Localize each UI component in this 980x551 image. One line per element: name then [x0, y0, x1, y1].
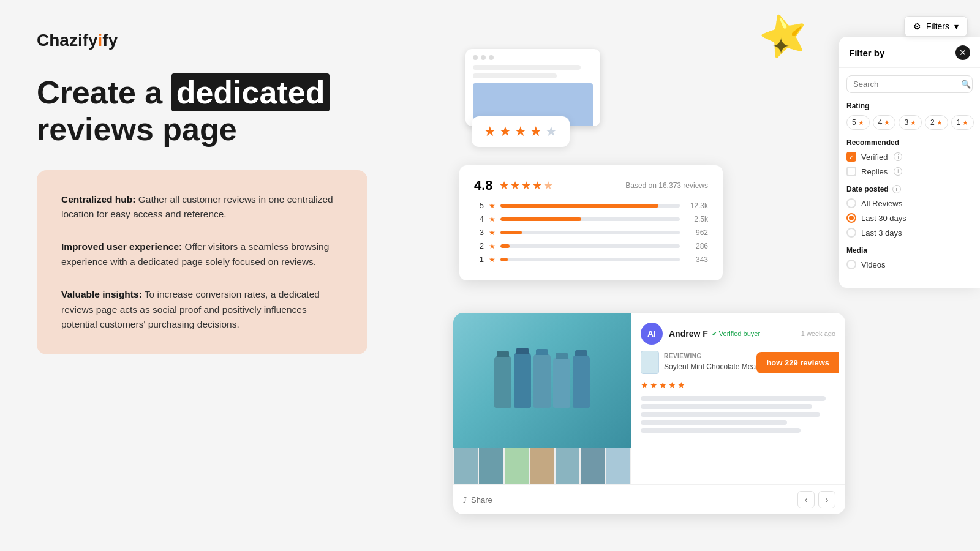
rating-widget: 4.8 ★ ★ ★ ★ ★ Based on 16,373 reviews 5 … — [459, 165, 723, 280]
filter-videos[interactable]: Videos — [846, 260, 973, 269]
review-footer: ⤴ Share ‹ › — [453, 484, 845, 514]
last-3-days-radio[interactable] — [846, 228, 856, 238]
thumb-7[interactable] — [606, 448, 631, 484]
filter-rating-section: Rating 5 ★ 4 ★ 3 ★ 2 — [839, 102, 980, 130]
thumb-4[interactable] — [529, 448, 554, 484]
stars-display-widget: ★ ★ ★ ★ ★ — [472, 116, 570, 147]
chip-2[interactable]: 2 ★ — [925, 115, 948, 130]
star-illustration-2: ✦ — [772, 34, 790, 59]
filter-last-30-days[interactable]: Last 30 days — [846, 213, 973, 223]
prev-arrow[interactable]: ‹ — [797, 491, 815, 508]
verified-info: i — [894, 152, 902, 161]
verified-checkbox[interactable]: ✓ — [846, 152, 856, 162]
filter-date-section: Date posted i All Reviews Last 30 days L… — [839, 185, 980, 238]
chip-3[interactable]: 3 ★ — [899, 115, 922, 130]
browser-line-1 — [473, 65, 581, 70]
feature-centralized: Centralized hub: Gather all customer rev… — [61, 192, 343, 223]
thumb-3[interactable] — [504, 448, 529, 484]
search-input[interactable] — [853, 80, 956, 89]
search-icon: 🔍 — [961, 80, 971, 89]
filter-verified[interactable]: ✓ Verified i — [846, 152, 973, 162]
features-card: Centralized hub: Gather all customer rev… — [37, 170, 368, 355]
videos-radio[interactable] — [846, 260, 856, 269]
bar-1: 1 ★ 343 — [474, 255, 708, 264]
thumb-2[interactable] — [478, 448, 503, 484]
chip-5[interactable]: 5 ★ — [846, 115, 870, 130]
chip-4[interactable]: 4 ★ — [873, 115, 896, 130]
bar-5: 5 ★ 12.3k — [474, 201, 708, 210]
overall-stars: ★ ★ ★ ★ ★ — [499, 179, 553, 192]
verified-badge: ✔ Verified buyer — [712, 330, 760, 338]
filter-media-section: Media Videos — [839, 246, 980, 269]
filters-title: Filter by — [849, 48, 951, 58]
review-nav-arrows: ‹ › — [797, 491, 835, 508]
browser-chrome — [466, 49, 600, 126]
right-panel: ⭐ ✦ ★ ★ ★ ★ ★ 4.8 ★ ★ ★ ★ ★ Based on 16,… — [404, 0, 980, 551]
reviewer-avatar: AI — [641, 323, 663, 345]
filter-last-3-days[interactable]: Last 3 days — [846, 228, 973, 238]
chevron-down-icon: ▾ — [954, 21, 959, 31]
reviewer-name: Andrew F — [669, 329, 708, 339]
left-panel: Chazifyify Create a dedicated reviews pa… — [0, 0, 404, 551]
review-card: AI Andrew F ✔ Verified buyer 1 week ago — [453, 313, 845, 514]
review-photo-main — [453, 313, 631, 448]
filters-close-button[interactable]: ✕ — [956, 45, 970, 60]
feature-insights: Valuable insights: To increase conversio… — [61, 287, 343, 332]
date-info: i — [892, 185, 901, 193]
share-button[interactable]: ⤴ Share — [463, 495, 492, 504]
headline: Create a dedicated reviews page — [37, 75, 368, 148]
bar-4: 4 ★ 2.5k — [474, 214, 708, 223]
all-reviews-radio[interactable] — [846, 198, 856, 208]
rating-chips: 5 ★ 4 ★ 3 ★ 2 ★ — [846, 115, 973, 130]
photo-thumbnails — [453, 448, 631, 484]
browser-dot-1 — [473, 55, 478, 60]
browser-dot-2 — [481, 55, 486, 60]
next-arrow[interactable]: › — [818, 491, 835, 508]
filters-panel: Filter by ✕ 🔍 Rating 5 ★ — [839, 37, 980, 288]
thumb-5[interactable] — [555, 448, 580, 484]
page-wrapper: Chazifyify Create a dedicated reviews pa… — [0, 0, 980, 551]
browser-dot-3 — [489, 55, 494, 60]
filter-all-reviews[interactable]: All Reviews — [846, 198, 973, 208]
logo-text: Chazifyify — [37, 31, 118, 50]
thumb-6[interactable] — [580, 448, 605, 484]
last-30-days-radio[interactable] — [846, 213, 856, 223]
filter-icon: ⚙ — [913, 21, 921, 31]
review-content: AI Andrew F ✔ Verified buyer 1 week ago — [631, 313, 845, 484]
chip-1[interactable]: 1 ★ — [951, 115, 974, 130]
replies-info: i — [894, 167, 902, 176]
logo: Chazifyify — [37, 31, 368, 50]
browser-line-2 — [473, 73, 557, 78]
filters-toggle-button[interactable]: ⚙ Filters ▾ — [904, 16, 968, 37]
bar-3: 3 ★ 962 — [474, 228, 708, 237]
review-time: 1 week ago — [801, 330, 835, 337]
show-reviews-button[interactable]: how 229 reviews — [756, 352, 839, 373]
thumb-1[interactable] — [453, 448, 478, 484]
filter-replies[interactable]: Replies i — [846, 167, 973, 176]
review-stars: ★ ★ ★ ★ ★ — [641, 380, 835, 390]
product-thumbnail — [641, 351, 659, 374]
filter-recommended-section: Recommended ✓ Verified i Replies i — [839, 138, 980, 176]
feature-ux: Improved user experience: Offer visitors… — [61, 239, 343, 270]
replies-checkbox[interactable] — [846, 167, 856, 176]
review-photo-section — [453, 313, 631, 484]
filter-search-box[interactable]: 🔍 — [846, 75, 973, 93]
reviewer-info: Andrew F ✔ Verified buyer — [669, 329, 795, 339]
bar-2: 2 ★ 286 — [474, 241, 708, 250]
review-text-lines — [641, 396, 835, 477]
